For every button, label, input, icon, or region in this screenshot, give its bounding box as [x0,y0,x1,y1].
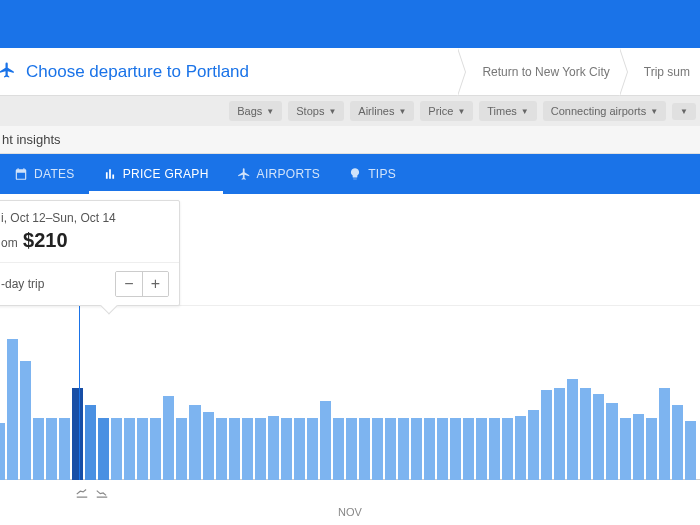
tooltip-from: om $210 [1,229,169,252]
price-bar[interactable] [385,418,396,480]
price-bar[interactable] [620,418,631,480]
price-bar[interactable] [242,418,253,480]
chevron-down-icon: ▼ [266,107,274,116]
chevron-right-icon [458,48,472,96]
tab-airports[interactable]: AIRPORTS [223,154,335,194]
tab-price-graph[interactable]: PRICE GRAPH [89,154,223,194]
price-bar[interactable] [593,394,604,480]
price-bar[interactable] [281,418,292,480]
tab-bar: DATES PRICE GRAPH AIRPORTS TIPS [0,154,700,194]
price-bar[interactable] [372,418,383,480]
price-tooltip: i, Oct 12–Sun, Oct 14 om $210 -day trip … [0,200,180,306]
breadcrumb: Return to New York City Trip sum [458,48,700,95]
price-bar[interactable] [502,418,513,480]
bar-chart-icon [103,167,117,181]
price-bar[interactable] [229,418,240,480]
price-bar[interactable] [333,418,344,480]
filter-bags[interactable]: Bags▼ [229,101,282,121]
page-title: Choose departure to Portland [24,62,458,82]
chevron-down-icon: ▼ [398,107,406,116]
price-bar[interactable] [411,418,422,480]
chevron-down-icon: ▼ [457,107,465,116]
chevron-down-icon: ▼ [328,107,336,116]
filter-more[interactable]: ▼ [672,103,696,120]
price-bar[interactable] [633,414,644,480]
price-bar[interactable] [7,339,18,480]
price-bar[interactable] [85,405,96,480]
price-bar[interactable] [216,418,227,480]
price-bar[interactable] [528,410,539,480]
price-bar[interactable] [541,390,552,480]
filter-stops[interactable]: Stops▼ [288,101,344,121]
increment-button[interactable]: + [142,272,168,296]
price-bar[interactable] [20,361,31,480]
filter-price[interactable]: Price▼ [420,101,473,121]
tooltip-date-range: i, Oct 12–Sun, Oct 14 [1,211,169,225]
price-graph-chart: i, Oct 12–Sun, Oct 14 om $210 -day trip … [0,194,700,524]
insights-header: ht insights [0,126,700,154]
filter-bar: Bags▼ Stops▼ Airlines▼ Price▼ Times▼ Con… [0,96,700,126]
price-bar[interactable] [463,418,474,480]
price-bar[interactable] [515,416,526,480]
header-row: Choose departure to Portland Return to N… [0,48,700,96]
return-icon [95,486,109,500]
price-bar[interactable] [554,388,565,480]
price-bar[interactable] [672,405,683,480]
plane-icon [237,167,251,181]
plane-icon [0,61,16,83]
price-bar[interactable] [124,418,135,480]
price-bar[interactable] [580,388,591,480]
chevron-right-icon [620,48,634,96]
trip-length-label: -day trip [1,277,44,291]
price-bar[interactable] [437,418,448,480]
price-bar[interactable] [359,418,370,480]
filter-airlines[interactable]: Airlines▼ [350,101,414,121]
price-bar[interactable] [567,379,578,480]
price-bar[interactable] [489,418,500,480]
price-bar[interactable] [606,403,617,480]
decrement-button[interactable]: − [116,272,142,296]
breadcrumb-return[interactable]: Return to New York City [472,48,619,95]
price-bar[interactable] [255,418,266,480]
price-bar[interactable] [0,423,5,480]
price-bar[interactable] [98,418,109,480]
price-bar[interactable] [685,421,696,480]
tab-tips[interactable]: TIPS [334,154,410,194]
filter-times[interactable]: Times▼ [479,101,536,121]
depart-return-icons [75,486,109,500]
price-bar[interactable] [163,396,174,480]
trip-length-stepper: − + [115,271,169,297]
price-bar[interactable] [659,388,670,480]
price-bar[interactable] [150,418,161,480]
selection-line [79,286,80,480]
price-bar[interactable] [450,418,461,480]
filter-connecting-airports[interactable]: Connecting airports▼ [543,101,666,121]
price-bar[interactable] [268,416,279,480]
depart-icon [75,486,89,500]
bars-container [0,304,696,480]
price-bar[interactable] [189,405,200,480]
price-bar[interactable] [46,418,57,480]
price-bar[interactable] [294,418,305,480]
price-bar[interactable] [398,418,409,480]
price-bar[interactable] [137,418,148,480]
price-bar[interactable] [346,418,357,480]
price-bar[interactable] [424,418,435,480]
price-bar[interactable] [646,418,657,480]
price-bar[interactable] [320,401,331,480]
price-bar[interactable] [307,418,318,480]
chevron-down-icon: ▼ [521,107,529,116]
price-bar[interactable] [476,418,487,480]
tab-dates[interactable]: DATES [0,154,89,194]
tooltip-price: $210 [23,229,68,251]
chevron-down-icon: ▼ [680,107,688,116]
price-bar[interactable] [111,418,122,480]
price-bar[interactable] [176,418,187,480]
price-bar[interactable] [33,418,44,480]
calendar-icon [14,167,28,181]
breadcrumb-trip-summary[interactable]: Trip sum [634,48,700,95]
app-topbar [0,0,700,48]
price-bar[interactable] [59,418,70,480]
x-axis-month: NOV [0,506,700,518]
price-bar[interactable] [203,412,214,480]
